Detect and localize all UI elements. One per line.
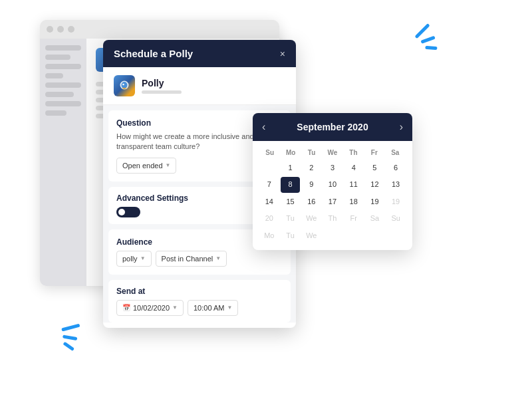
cal-day[interactable]: 4 xyxy=(344,160,364,176)
cal-day[interactable]: 10 xyxy=(323,177,342,192)
audience-dropdown-row: polly ▼ Post in Channel ▼ xyxy=(116,251,283,267)
chevron-down-icon: ▼ xyxy=(166,162,171,168)
post-channel-dropdown[interactable]: Post in Channel ▼ xyxy=(156,251,227,267)
calendar-grid: Su Mo Tu We Th Fr Sa 1 2 3 4 5 6 7 8 9 xyxy=(253,141,412,250)
weekday-tu: Tu xyxy=(301,148,322,158)
svg-point-4 xyxy=(122,82,128,88)
cal-day xyxy=(344,228,364,243)
chevron-down-icon: ▼ xyxy=(140,255,146,261)
cal-day[interactable]: 6 xyxy=(386,160,406,176)
cal-day[interactable]: 19 xyxy=(365,194,385,209)
date-picker-dropdown[interactable]: 📅 10/02/2020 ▼ xyxy=(116,300,184,316)
polly-icon xyxy=(114,75,135,96)
svg-point-5 xyxy=(122,84,124,86)
weekday-we: We xyxy=(322,148,342,158)
sidebar-bar xyxy=(45,73,63,78)
calendar-days: 1 2 3 4 5 6 7 8 9 10 11 12 13 14 15 16 1… xyxy=(259,160,406,243)
calendar-prev-button[interactable]: ‹ xyxy=(262,121,265,133)
cal-day[interactable]: Mo xyxy=(259,228,279,243)
weekday-mo: Mo xyxy=(280,148,301,158)
cal-day[interactable]: 11 xyxy=(344,177,364,192)
chevron-down-icon: ▼ xyxy=(227,305,232,311)
polly-sub-line xyxy=(142,90,182,94)
polly-name-block: Polly xyxy=(142,78,182,94)
calendar-header: ‹ September 2020 › xyxy=(253,113,412,141)
cal-day[interactable]: 20 xyxy=(259,211,279,226)
modal-close-button[interactable]: × xyxy=(280,49,285,59)
cal-day[interactable] xyxy=(259,160,279,176)
modal-title: Schedule a Polly xyxy=(114,48,193,59)
post-channel-label: Post in Channel xyxy=(162,255,213,263)
chevron-down-icon: ▼ xyxy=(172,305,178,311)
cal-day[interactable]: 5 xyxy=(365,160,385,176)
cal-day[interactable]: 7 xyxy=(259,177,279,192)
cal-day[interactable]: 14 xyxy=(259,194,279,209)
cal-day[interactable]: 12 xyxy=(365,177,385,192)
cal-day[interactable]: 16 xyxy=(301,194,321,209)
audience-value: polly xyxy=(122,255,138,263)
send-at-row: 📅 10/02/2020 ▼ 10:00 AM ▼ xyxy=(116,300,283,316)
sidebar-bar xyxy=(45,110,66,116)
cal-day[interactable]: 3 xyxy=(323,160,342,176)
cal-day[interactable]: Tu xyxy=(281,211,301,226)
cal-day[interactable]: Su xyxy=(386,211,406,226)
question-type-label: Open ended xyxy=(122,162,163,170)
cal-day[interactable]: Th xyxy=(323,211,342,226)
cal-day[interactable]: 18 xyxy=(344,194,364,209)
calendar-weekdays: Su Mo Tu We Th Fr Sa xyxy=(259,148,406,158)
cal-day[interactable]: Sa xyxy=(365,211,385,226)
slack-sidebar xyxy=(40,39,86,286)
slack-titlebar xyxy=(40,20,279,39)
sidebar-bar xyxy=(45,45,81,51)
advanced-settings-toggle[interactable] xyxy=(116,207,140,217)
audience-dropdown[interactable]: polly ▼ xyxy=(116,251,152,267)
spark-top-right xyxy=(416,31,438,51)
send-at-label: Send at xyxy=(116,287,283,296)
cal-day[interactable]: 1 xyxy=(281,160,301,176)
sidebar-bar xyxy=(45,82,81,88)
cal-day[interactable]: 15 xyxy=(281,194,301,209)
time-picker-dropdown[interactable]: 10:00 AM ▼ xyxy=(188,300,238,316)
cal-day[interactable]: Fr xyxy=(344,211,364,226)
spark-bottom-left xyxy=(59,329,80,348)
spark-line xyxy=(63,334,78,340)
cal-day[interactable]: We xyxy=(301,211,321,226)
sidebar-bar xyxy=(45,92,74,97)
spark-line xyxy=(61,324,80,332)
calendar-icon: 📅 xyxy=(122,304,130,311)
polly-identity-row: Polly xyxy=(103,67,296,105)
spark-line xyxy=(420,36,435,44)
sidebar-bar xyxy=(45,55,70,60)
weekday-sa: Sa xyxy=(385,148,406,158)
cal-day[interactable]: 9 xyxy=(301,177,321,192)
cal-day[interactable]: 2 xyxy=(301,160,321,176)
calendar-popup: ‹ September 2020 › Su Mo Tu We Th Fr Sa … xyxy=(253,113,412,250)
cal-day xyxy=(365,228,385,243)
titlebar-dot-red xyxy=(47,26,53,33)
cal-day[interactable]: Tu xyxy=(281,228,301,243)
weekday-fr: Fr xyxy=(364,148,384,158)
sidebar-bar xyxy=(45,64,81,69)
sidebar-bar xyxy=(45,101,81,106)
weekday-su: Su xyxy=(259,148,280,158)
cal-day xyxy=(323,228,342,243)
calendar-next-button[interactable]: › xyxy=(400,121,403,133)
scene: Polly APP 8:42PM Team Happiness xyxy=(0,0,532,399)
titlebar-dot-yellow xyxy=(57,26,64,33)
cal-day[interactable]: 17 xyxy=(323,194,342,209)
question-type-dropdown[interactable]: Open ended ▼ xyxy=(116,158,176,174)
spark-line xyxy=(414,23,430,39)
polly-name-label: Polly xyxy=(142,78,182,88)
cal-day[interactable]: 13 xyxy=(386,177,406,192)
date-value: 10/02/2020 xyxy=(133,304,170,312)
titlebar-dot-green xyxy=(68,26,74,33)
calendar-month-label: September 2020 xyxy=(297,122,368,132)
cal-day[interactable]: 19 xyxy=(386,194,406,209)
spark-line xyxy=(63,342,74,351)
chevron-down-icon: ▼ xyxy=(215,255,221,261)
spark-line xyxy=(425,46,437,51)
weekday-th: Th xyxy=(343,148,364,158)
cal-day[interactable]: We xyxy=(301,228,321,243)
cal-day-today[interactable]: 8 xyxy=(281,177,301,192)
time-value: 10:00 AM xyxy=(194,304,224,312)
